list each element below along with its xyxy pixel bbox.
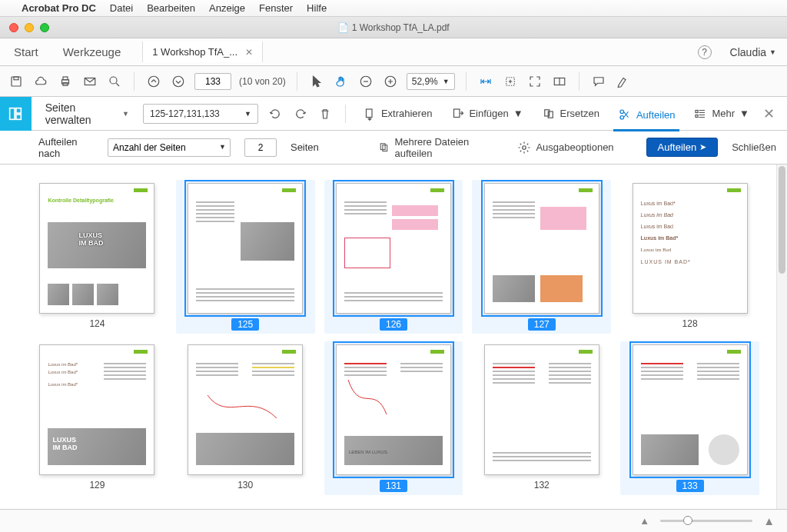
rotate-cw-icon[interactable]: [292, 105, 307, 122]
macos-menubar: Acrobat Pro DC Datei Bearbeiten Anzeige …: [0, 0, 787, 17]
fit-width-icon[interactable]: [477, 73, 494, 90]
user-menu[interactable]: Claudia ▼: [730, 46, 776, 58]
svg-rect-13: [10, 108, 15, 119]
help-icon[interactable]: ?: [698, 45, 712, 59]
highlight-icon[interactable]: [615, 73, 632, 90]
slider-knob[interactable]: [683, 516, 692, 525]
svg-point-21: [620, 116, 624, 120]
tab-row: Start Werkzeuge 1 Workshop TfA_... ✕ ? C…: [0, 38, 787, 66]
menu-window[interactable]: Fenster: [259, 2, 293, 14]
more-label: Mehr: [712, 108, 735, 119]
page-thumbnails-area: Kontrolle Detailtypografie LUXUSIM BAD 1…: [0, 165, 787, 509]
page-thumbnail[interactable]: Luxus im Bad*Luxus im BadLuxus im BadLux…: [623, 183, 756, 331]
search-icon[interactable]: [106, 73, 123, 90]
zoom-value: 52,9%: [412, 76, 438, 87]
page-thumbnail[interactable]: Luxus im Bad*Luxus im Bad*Luxus im Bad* …: [31, 344, 164, 492]
page-thumbnail[interactable]: 127: [472, 180, 611, 334]
split-multiple-button[interactable]: Mehrere Dateien aufteilen: [374, 133, 500, 162]
zoom-in-icon[interactable]: [382, 73, 399, 90]
print-icon[interactable]: [57, 73, 74, 90]
page-thumbnail[interactable]: LEBEN IM LUXUS.131: [324, 341, 463, 495]
hand-icon[interactable]: [333, 73, 350, 90]
tab-document[interactable]: 1 Workshop TfA_... ✕: [142, 42, 263, 62]
page-thumbnail[interactable]: 126: [324, 180, 463, 334]
page-preview: [633, 344, 748, 475]
output-options-button[interactable]: Ausgabeoptionen: [513, 138, 618, 158]
menu-edit[interactable]: Bearbeiten: [147, 2, 195, 14]
page-down-icon[interactable]: [170, 73, 187, 90]
output-options-label: Ausgabeoptionen: [536, 141, 613, 153]
split-action-label: Aufteilen: [658, 141, 697, 153]
delete-icon[interactable]: [317, 105, 333, 122]
save-icon[interactable]: [8, 73, 25, 90]
split-button[interactable]: Aufteilen: [613, 105, 680, 131]
window-minimize-icon[interactable]: [25, 23, 34, 32]
page-thumbnail[interactable]: 133: [620, 341, 759, 495]
insert-label: Einfügen: [469, 108, 508, 119]
cloud-icon[interactable]: [32, 73, 49, 90]
menu-view[interactable]: Anzeige: [209, 2, 245, 14]
page-number-label: 133: [676, 480, 704, 492]
page-number-label: 125: [231, 318, 259, 331]
close-split-button[interactable]: Schließen: [732, 141, 776, 153]
comment-icon[interactable]: [590, 73, 607, 90]
menu-help[interactable]: Hilfe: [307, 2, 327, 14]
tab-close-icon[interactable]: ✕: [245, 47, 253, 58]
page-thumbnail[interactable]: 125: [176, 180, 315, 334]
fit-page-icon[interactable]: [502, 73, 519, 90]
svg-rect-1: [14, 77, 18, 80]
close-panel-icon[interactable]: ✕: [763, 105, 775, 122]
page-thumbnail[interactable]: 132: [475, 344, 608, 492]
rotate-ccw-icon[interactable]: [267, 105, 283, 122]
svg-rect-15: [16, 114, 21, 118]
page-preview: [484, 344, 599, 475]
app-name[interactable]: Acrobat Pro DC: [22, 2, 96, 14]
thumb-small-icon[interactable]: ▲: [639, 515, 649, 527]
read-mode-icon[interactable]: [551, 73, 568, 90]
fullscreen-icon[interactable]: [526, 73, 543, 90]
extract-button[interactable]: Extrahieren: [358, 104, 437, 124]
zoom-select[interactable]: 52,9% ▼: [407, 73, 455, 90]
menu-file[interactable]: Datei: [110, 2, 133, 14]
replace-button[interactable]: Ersetzen: [537, 104, 604, 124]
mail-icon[interactable]: [81, 73, 98, 90]
zoom-out-icon[interactable]: [357, 73, 374, 90]
split-options-bar: Aufteilen nach Anzahl der Seiten ▼ Seite…: [0, 131, 787, 165]
page-number-input[interactable]: [194, 73, 231, 90]
scrollbar-handle[interactable]: [779, 166, 785, 274]
thumbnail-zoom-slider[interactable]: [660, 520, 752, 522]
thumb-large-icon[interactable]: ▲: [763, 514, 775, 527]
tab-start[interactable]: Start: [11, 39, 42, 65]
page-up-icon[interactable]: [145, 73, 162, 90]
window-maximize-icon[interactable]: [40, 23, 49, 32]
svg-rect-22: [696, 110, 698, 112]
insert-button[interactable]: Einfügen ▼: [446, 104, 527, 124]
page-range-select[interactable]: 125-127,131,133 ▼: [143, 104, 258, 124]
window-close-icon[interactable]: [9, 23, 18, 32]
svg-rect-23: [696, 115, 698, 117]
organize-label: Seiten verwalten: [45, 101, 118, 126]
more-button[interactable]: Mehr ▼: [689, 104, 754, 124]
pointer-icon[interactable]: [308, 73, 325, 90]
page-thumbnail[interactable]: Kontrolle Detailtypografie LUXUSIM BAD 1…: [31, 183, 164, 331]
chevron-down-icon: ▼: [122, 110, 129, 118]
page-number-label: 131: [380, 480, 407, 492]
window-controls: [0, 23, 49, 32]
tab-document-label: 1 Workshop TfA_...: [152, 46, 237, 58]
page-preview: [484, 183, 599, 314]
svg-point-8: [173, 76, 184, 87]
pages-suffix: Seiten: [291, 141, 319, 153]
page-preview: Luxus im Bad*Luxus im Bad*Luxus im Bad* …: [39, 344, 154, 475]
organize-pages-icon[interactable]: [0, 97, 32, 131]
vertical-scrollbar[interactable]: [776, 165, 787, 509]
organize-pages-dropdown[interactable]: Seiten verwalten ▼: [41, 98, 134, 129]
cursor-icon: ➤: [699, 142, 706, 152]
svg-rect-0: [12, 77, 21, 86]
split-count-input[interactable]: [244, 138, 277, 157]
pdf-icon: 📄: [337, 22, 349, 33]
page-thumbnail[interactable]: 130: [179, 344, 312, 492]
split-mode-select[interactable]: Anzahl der Seiten: [108, 138, 231, 157]
split-action-button[interactable]: Aufteilen➤: [646, 138, 719, 157]
tab-tools[interactable]: Werkzeuge: [60, 39, 125, 65]
svg-rect-14: [16, 108, 21, 112]
